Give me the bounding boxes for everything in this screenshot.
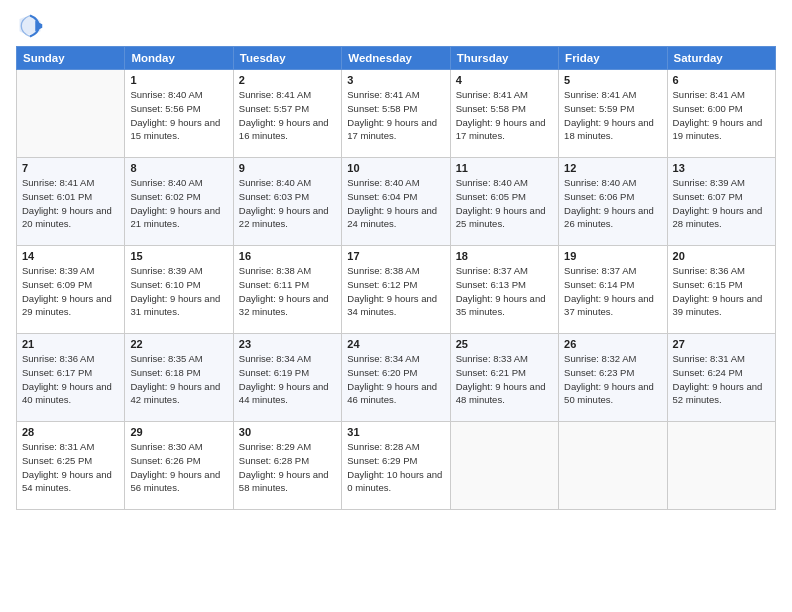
day-number: 7: [22, 162, 119, 174]
day-cell: 16Sunrise: 8:38 AMSunset: 6:11 PMDayligh…: [233, 246, 341, 334]
day-number: 28: [22, 426, 119, 438]
day-cell: 22Sunrise: 8:35 AMSunset: 6:18 PMDayligh…: [125, 334, 233, 422]
day-info: Sunrise: 8:40 AMSunset: 6:02 PMDaylight:…: [130, 176, 227, 231]
day-cell: 17Sunrise: 8:38 AMSunset: 6:12 PMDayligh…: [342, 246, 450, 334]
day-number: 23: [239, 338, 336, 350]
day-cell: 30Sunrise: 8:29 AMSunset: 6:28 PMDayligh…: [233, 422, 341, 510]
logo: [16, 12, 48, 40]
day-info: Sunrise: 8:41 AMSunset: 5:57 PMDaylight:…: [239, 88, 336, 143]
calendar-header-row: SundayMondayTuesdayWednesdayThursdayFrid…: [17, 47, 776, 70]
calendar-table: SundayMondayTuesdayWednesdayThursdayFrid…: [16, 46, 776, 510]
day-number: 10: [347, 162, 444, 174]
day-number: 25: [456, 338, 553, 350]
day-info: Sunrise: 8:41 AMSunset: 6:01 PMDaylight:…: [22, 176, 119, 231]
calendar-page: SundayMondayTuesdayWednesdayThursdayFrid…: [0, 0, 792, 612]
day-info: Sunrise: 8:31 AMSunset: 6:25 PMDaylight:…: [22, 440, 119, 495]
day-number: 17: [347, 250, 444, 262]
week-row-4: 21Sunrise: 8:36 AMSunset: 6:17 PMDayligh…: [17, 334, 776, 422]
day-cell: 15Sunrise: 8:39 AMSunset: 6:10 PMDayligh…: [125, 246, 233, 334]
day-info: Sunrise: 8:41 AMSunset: 5:58 PMDaylight:…: [456, 88, 553, 143]
day-cell: 18Sunrise: 8:37 AMSunset: 6:13 PMDayligh…: [450, 246, 558, 334]
day-info: Sunrise: 8:31 AMSunset: 6:24 PMDaylight:…: [673, 352, 770, 407]
day-cell: [17, 70, 125, 158]
day-cell: 13Sunrise: 8:39 AMSunset: 6:07 PMDayligh…: [667, 158, 775, 246]
day-info: Sunrise: 8:40 AMSunset: 6:06 PMDaylight:…: [564, 176, 661, 231]
day-info: Sunrise: 8:38 AMSunset: 6:12 PMDaylight:…: [347, 264, 444, 319]
day-cell: 14Sunrise: 8:39 AMSunset: 6:09 PMDayligh…: [17, 246, 125, 334]
day-info: Sunrise: 8:33 AMSunset: 6:21 PMDaylight:…: [456, 352, 553, 407]
day-number: 6: [673, 74, 770, 86]
day-cell: 21Sunrise: 8:36 AMSunset: 6:17 PMDayligh…: [17, 334, 125, 422]
day-number: 13: [673, 162, 770, 174]
day-number: 8: [130, 162, 227, 174]
day-number: 1: [130, 74, 227, 86]
day-cell: 28Sunrise: 8:31 AMSunset: 6:25 PMDayligh…: [17, 422, 125, 510]
day-number: 14: [22, 250, 119, 262]
col-header-thursday: Thursday: [450, 47, 558, 70]
day-number: 3: [347, 74, 444, 86]
day-number: 5: [564, 74, 661, 86]
day-cell: 4Sunrise: 8:41 AMSunset: 5:58 PMDaylight…: [450, 70, 558, 158]
day-cell: 9Sunrise: 8:40 AMSunset: 6:03 PMDaylight…: [233, 158, 341, 246]
day-info: Sunrise: 8:39 AMSunset: 6:09 PMDaylight:…: [22, 264, 119, 319]
day-info: Sunrise: 8:34 AMSunset: 6:20 PMDaylight:…: [347, 352, 444, 407]
day-number: 12: [564, 162, 661, 174]
day-number: 24: [347, 338, 444, 350]
day-info: Sunrise: 8:32 AMSunset: 6:23 PMDaylight:…: [564, 352, 661, 407]
col-header-friday: Friday: [559, 47, 667, 70]
col-header-monday: Monday: [125, 47, 233, 70]
day-info: Sunrise: 8:40 AMSunset: 5:56 PMDaylight:…: [130, 88, 227, 143]
day-cell: 2Sunrise: 8:41 AMSunset: 5:57 PMDaylight…: [233, 70, 341, 158]
day-info: Sunrise: 8:29 AMSunset: 6:28 PMDaylight:…: [239, 440, 336, 495]
day-cell: 7Sunrise: 8:41 AMSunset: 6:01 PMDaylight…: [17, 158, 125, 246]
day-number: 27: [673, 338, 770, 350]
day-info: Sunrise: 8:30 AMSunset: 6:26 PMDaylight:…: [130, 440, 227, 495]
day-info: Sunrise: 8:39 AMSunset: 6:10 PMDaylight:…: [130, 264, 227, 319]
day-cell: 25Sunrise: 8:33 AMSunset: 6:21 PMDayligh…: [450, 334, 558, 422]
day-cell: 3Sunrise: 8:41 AMSunset: 5:58 PMDaylight…: [342, 70, 450, 158]
day-number: 11: [456, 162, 553, 174]
day-cell: 29Sunrise: 8:30 AMSunset: 6:26 PMDayligh…: [125, 422, 233, 510]
day-number: 29: [130, 426, 227, 438]
day-number: 21: [22, 338, 119, 350]
day-cell: 6Sunrise: 8:41 AMSunset: 6:00 PMDaylight…: [667, 70, 775, 158]
day-number: 30: [239, 426, 336, 438]
day-cell: [450, 422, 558, 510]
day-number: 9: [239, 162, 336, 174]
day-cell: 10Sunrise: 8:40 AMSunset: 6:04 PMDayligh…: [342, 158, 450, 246]
day-info: Sunrise: 8:40 AMSunset: 6:04 PMDaylight:…: [347, 176, 444, 231]
day-info: Sunrise: 8:36 AMSunset: 6:17 PMDaylight:…: [22, 352, 119, 407]
day-info: Sunrise: 8:28 AMSunset: 6:29 PMDaylight:…: [347, 440, 444, 495]
week-row-2: 7Sunrise: 8:41 AMSunset: 6:01 PMDaylight…: [17, 158, 776, 246]
day-cell: 23Sunrise: 8:34 AMSunset: 6:19 PMDayligh…: [233, 334, 341, 422]
day-cell: 1Sunrise: 8:40 AMSunset: 5:56 PMDaylight…: [125, 70, 233, 158]
week-row-3: 14Sunrise: 8:39 AMSunset: 6:09 PMDayligh…: [17, 246, 776, 334]
day-cell: 20Sunrise: 8:36 AMSunset: 6:15 PMDayligh…: [667, 246, 775, 334]
day-number: 4: [456, 74, 553, 86]
day-cell: 24Sunrise: 8:34 AMSunset: 6:20 PMDayligh…: [342, 334, 450, 422]
week-row-5: 28Sunrise: 8:31 AMSunset: 6:25 PMDayligh…: [17, 422, 776, 510]
logo-icon: [16, 12, 44, 40]
week-row-1: 1Sunrise: 8:40 AMSunset: 5:56 PMDaylight…: [17, 70, 776, 158]
day-cell: 27Sunrise: 8:31 AMSunset: 6:24 PMDayligh…: [667, 334, 775, 422]
day-info: Sunrise: 8:41 AMSunset: 6:00 PMDaylight:…: [673, 88, 770, 143]
day-info: Sunrise: 8:36 AMSunset: 6:15 PMDaylight:…: [673, 264, 770, 319]
day-info: Sunrise: 8:41 AMSunset: 5:59 PMDaylight:…: [564, 88, 661, 143]
day-number: 15: [130, 250, 227, 262]
day-number: 18: [456, 250, 553, 262]
day-number: 20: [673, 250, 770, 262]
col-header-saturday: Saturday: [667, 47, 775, 70]
day-cell: 19Sunrise: 8:37 AMSunset: 6:14 PMDayligh…: [559, 246, 667, 334]
day-info: Sunrise: 8:40 AMSunset: 6:05 PMDaylight:…: [456, 176, 553, 231]
day-number: 22: [130, 338, 227, 350]
day-info: Sunrise: 8:38 AMSunset: 6:11 PMDaylight:…: [239, 264, 336, 319]
day-info: Sunrise: 8:37 AMSunset: 6:14 PMDaylight:…: [564, 264, 661, 319]
day-cell: 8Sunrise: 8:40 AMSunset: 6:02 PMDaylight…: [125, 158, 233, 246]
day-info: Sunrise: 8:37 AMSunset: 6:13 PMDaylight:…: [456, 264, 553, 319]
col-header-wednesday: Wednesday: [342, 47, 450, 70]
day-info: Sunrise: 8:41 AMSunset: 5:58 PMDaylight:…: [347, 88, 444, 143]
day-cell: 11Sunrise: 8:40 AMSunset: 6:05 PMDayligh…: [450, 158, 558, 246]
day-cell: [559, 422, 667, 510]
header: [16, 12, 776, 40]
day-cell: [667, 422, 775, 510]
